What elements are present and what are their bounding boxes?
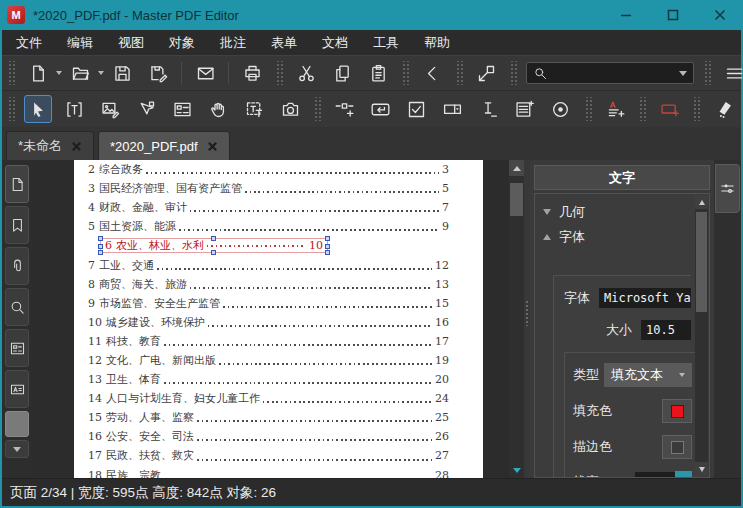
toolbar-grip[interactable] [7,61,15,85]
paste-button[interactable] [364,59,392,87]
toc-row[interactable]: 13卫生、体育20 [88,370,449,389]
enter-key-button[interactable] [366,95,394,123]
menu-help[interactable]: 帮助 [424,34,450,52]
document-viewport[interactable]: 2综合政务3 3国民经济管理、国有资产监管5 4财政、金融、审计7 5国土资源、… [32,160,509,478]
document-scrollbar[interactable] [509,160,524,478]
add-node-button[interactable] [330,95,358,123]
toc-row[interactable]: 16公安、安全、司法26 [88,427,449,446]
new-document-button[interactable] [24,59,52,87]
selected-text-object[interactable]: 6 农业、林业、水利 10 [100,238,328,253]
text-field-tool-button[interactable] [474,95,502,123]
properties-panel-toggle[interactable] [715,164,740,213]
selection-handle[interactable] [98,236,103,241]
email-button[interactable] [191,59,219,87]
toolbar-grip[interactable] [509,61,517,85]
pdf-page[interactable]: 2综合政务3 3国民经济管理、国有资产监管5 4财政、金融、审计7 5国土资源、… [74,160,483,478]
snapshot-button[interactable] [276,95,304,123]
sidebar-pages-button[interactable] [5,165,29,203]
menu-file[interactable]: 文件 [16,34,42,52]
copy-button[interactable] [328,59,356,87]
toolbar-grip[interactable] [7,97,15,121]
tab-untitled[interactable]: *未命名 [6,131,94,160]
section-font[interactable]: 字体 [543,224,691,249]
cut-button[interactable] [292,59,320,87]
search-input[interactable] [553,65,674,81]
previous-view-button[interactable] [418,59,446,87]
text-type-dropdown[interactable]: 填充文本 [604,363,692,387]
minimize-button[interactable] [602,0,649,30]
toc-row[interactable]: 2综合政务3 [88,160,449,179]
frame-annotation-button[interactable] [655,95,683,123]
toolbar-grip[interactable] [313,97,321,121]
search-caret-icon[interactable] [679,71,687,76]
toc-row-selected[interactable]: 6 农业、林业、水利 10 [88,236,449,255]
toolbar-menu-button[interactable] [720,59,743,87]
close-tab-icon[interactable] [71,141,82,152]
text-annotation-button[interactable] [601,95,629,123]
fit-page-button[interactable] [472,59,500,87]
checkbox-tool-button[interactable] [402,95,430,123]
toc-row[interactable]: 8商贸、海关、旅游13 [88,275,449,294]
hand-tool-button[interactable] [204,95,232,123]
listbox-tool-button[interactable] [510,95,538,123]
toc-row[interactable]: 7工业、交通12 [88,255,449,274]
open-button[interactable] [66,59,94,87]
toc-row[interactable]: 17民政、扶贫、救灾27 [88,446,449,465]
menu-document[interactable]: 文档 [322,34,348,52]
edit-text-button[interactable] [60,95,88,123]
selection-handle[interactable] [325,250,330,255]
scroll-down-button[interactable] [509,462,524,478]
toc-row[interactable]: 10城乡建设、环境保护16 [88,313,449,332]
menu-object[interactable]: 对象 [169,34,195,52]
print-button[interactable] [238,59,266,87]
sidebar-extra-button[interactable] [5,411,29,437]
toc-row[interactable]: 14人口与计划生育、妇女儿童工作24 [88,389,449,408]
toolbar-grip[interactable] [703,61,711,85]
toolbar-grip[interactable] [692,97,700,121]
stroke-color-button[interactable] [662,435,692,459]
search-box[interactable] [526,62,694,84]
toc-row[interactable]: 9市场监管、安全生产监管15 [88,294,449,313]
sidebar-form-panel-button[interactable] [5,329,29,367]
selection-handle[interactable] [211,250,216,255]
scrollbar-thumb[interactable] [510,183,523,216]
sidebar-attachments-button[interactable] [5,247,29,285]
selection-handle[interactable] [325,244,330,249]
toolbar-grip[interactable] [584,97,592,121]
form-fields-button[interactable] [168,95,196,123]
selection-handle[interactable] [211,236,216,241]
sidebar-bookmarks-button[interactable] [5,206,29,244]
toc-row[interactable]: 3国民经济管理、国有资产监管5 [88,179,449,198]
menu-tools[interactable]: 工具 [373,34,399,52]
toolbar-grip[interactable] [401,61,409,85]
toolbar-grip[interactable] [275,61,283,85]
scroll-down-button[interactable] [695,462,708,476]
scroll-up-button[interactable] [509,160,524,176]
sidebar-more-button[interactable] [5,440,29,458]
toc-row[interactable]: 5国土资源、能源9 [88,217,449,236]
panel-splitter[interactable] [524,160,530,478]
selection-handle[interactable] [98,244,103,249]
save-button[interactable] [108,59,136,87]
toc-row[interactable]: 4财政、金融、审计7 [88,198,449,217]
toc-row[interactable]: 15劳动、人事、监察25 [88,408,449,427]
new-document-caret-icon[interactable] [56,71,62,75]
close-tab-icon[interactable] [207,141,218,152]
select-tool-button[interactable] [24,95,52,123]
toc-row[interactable]: 18民族、宗教28 [88,466,449,479]
menu-form[interactable]: 表单 [271,34,297,52]
eraser-button[interactable] [709,95,737,123]
font-size-field[interactable]: 10.5 [641,320,691,340]
font-name-field[interactable]: Microsoft YaHei [599,288,691,308]
select-area-button[interactable] [240,95,268,123]
sidebar-search-button[interactable] [5,288,29,326]
combobox-tool-button[interactable] [438,95,466,123]
close-button[interactable] [696,0,743,30]
toc-row[interactable]: 11科技、教育17 [88,332,449,351]
sidebar-annotations-button[interactable] [5,370,29,408]
menu-comment[interactable]: 批注 [220,34,246,52]
panel-scrollbar[interactable] [695,195,708,476]
open-caret-icon[interactable] [98,71,104,75]
fill-color-button[interactable] [662,399,692,423]
toolbar-grip[interactable] [455,61,463,85]
